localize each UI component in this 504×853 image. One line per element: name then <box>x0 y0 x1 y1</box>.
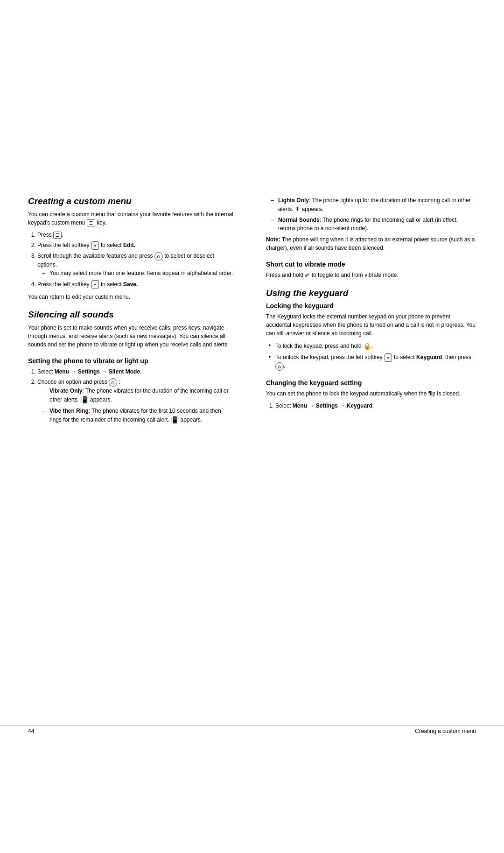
nav-icon-step2: ⊙ <box>109 378 117 387</box>
section-locking-keyguard: Locking the keyguard The Keyguard locks … <box>266 302 476 371</box>
left-column: Creating a custom menu You can create a … <box>28 196 243 433</box>
section-vibrate: Setting the phone to vibrate or light up… <box>28 357 233 425</box>
footer-bar: 44 Creating a custom menu <box>0 726 504 736</box>
section-heading-creating: Creating a custom menu <box>28 196 233 206</box>
vibrate-icon-2: 📳 <box>171 415 179 425</box>
step-1: Press ☰. <box>37 231 233 239</box>
section-shortcut-vibrate: Short cut to vibrate mode Press and hold… <box>266 261 476 280</box>
step-4: Press the left softkey • to select Save. <box>37 280 233 289</box>
lock-keypad-item: To lock the keypad, press and hold 🔒. <box>275 341 476 351</box>
vibrate-options-list: Vibrate Only: The phone vibrates for the… <box>42 387 233 425</box>
changing-steps-list: Select Menu → Settings → Keyguard. <box>275 402 476 410</box>
section-intro-creating: You can create a custom menu that contai… <box>28 210 233 227</box>
section-heading-keyguard: Using the keyguard <box>266 288 476 298</box>
locking-intro: The Keyguard locks the external number k… <box>266 312 476 338</box>
section-heading-shortcut: Short cut to vibrate mode <box>266 261 476 268</box>
vibe-then-ring-item: Vibe then Ring: The phone vibrates for t… <box>42 407 233 425</box>
nav-icon-unlock: ⊙ <box>275 362 284 371</box>
normal-sounds-item: Normal Sounds: The phone rings for the i… <box>271 216 476 233</box>
section-creating-custom-menu: Creating a custom menu You can create a … <box>28 196 233 301</box>
pen-icon: ✏ <box>303 270 312 280</box>
section-heading-silencing: Silencing all sounds <box>28 310 233 320</box>
vibrate-step-1: Select Menu → Settings → Silent Mode. <box>37 367 233 376</box>
step-2: Press the left softkey • to select Edit. <box>37 241 233 250</box>
shortcut-text: Press and hold ✏ to toggle to and from v… <box>266 271 476 280</box>
vibrate-step-2: Choose an option and press ⊙ : Vibrate O… <box>37 378 233 425</box>
section-intro-silencing: Your phone is set to make sounds when yo… <box>28 324 233 349</box>
softkey-icon-step2: • <box>91 241 99 250</box>
heading-locking-keyguard: Locking the keyguard <box>266 302 476 310</box>
lights-only-item: Lights Only: The phone lights up for the… <box>271 196 476 214</box>
vibrate-only-item: Vibrate Only: The phone vibrates for the… <box>42 387 233 405</box>
vibrate-steps-list: Select Menu → Settings → Silent Mode. Ch… <box>37 367 233 425</box>
star-icon: ✳ <box>295 205 300 212</box>
lock-icon: 🔒 <box>363 341 371 351</box>
step3-sub-list: You may select more than one feature. It… <box>42 269 233 277</box>
section-continued-options: Lights Only: The phone lights up for the… <box>266 196 476 252</box>
footer-section-title: Creating a custom menu <box>415 728 476 734</box>
softkey-icon-unlock: • <box>385 353 392 362</box>
right-column: Lights Only: The phone lights up for the… <box>261 196 476 418</box>
section-heading-vibrate: Setting the phone to vibrate or light up <box>28 357 233 365</box>
menu-key-icon: ☰ <box>87 219 95 226</box>
steps-list-creating: Press ☰. Press the left softkey • to sel… <box>37 231 233 289</box>
section-changing-keyguard: Changing the keyguard setting You can se… <box>266 379 476 410</box>
changing-intro: You can set the phone to lock the keypad… <box>266 389 476 398</box>
section-keyguard: Using the keyguard Locking the keyguard … <box>266 288 476 410</box>
nav-icon-step3: ⊙ <box>154 252 163 261</box>
sub-item-1: You may select more than one feature. It… <box>42 269 233 277</box>
softkey-icon-step4: • <box>91 280 99 289</box>
page: Creating a custom menu You can create a … <box>0 0 504 853</box>
continued-options-list: Lights Only: The phone lights up for the… <box>271 196 476 233</box>
heading-changing-keyguard: Changing the keyguard setting <box>266 379 476 387</box>
changing-step-1: Select Menu → Settings → Keyguard. <box>275 402 476 410</box>
step-3: Scroll through the available features an… <box>37 252 233 277</box>
locking-items-list: To lock the keypad, press and hold 🔒. To… <box>275 341 476 371</box>
footer-page-number: 44 <box>28 728 34 734</box>
menu-icon-step1: ☰ <box>53 232 62 239</box>
section-silencing: Silencing all sounds Your phone is set t… <box>28 310 233 349</box>
unlock-keypad-item: To unlock the keypad, press the left sof… <box>275 353 476 371</box>
note-text: Note: The phone will ring when it is att… <box>266 235 476 252</box>
closing-text: You can return to edit your custom menu. <box>28 293 233 301</box>
vibrate-icon-1: 📳 <box>81 395 89 405</box>
